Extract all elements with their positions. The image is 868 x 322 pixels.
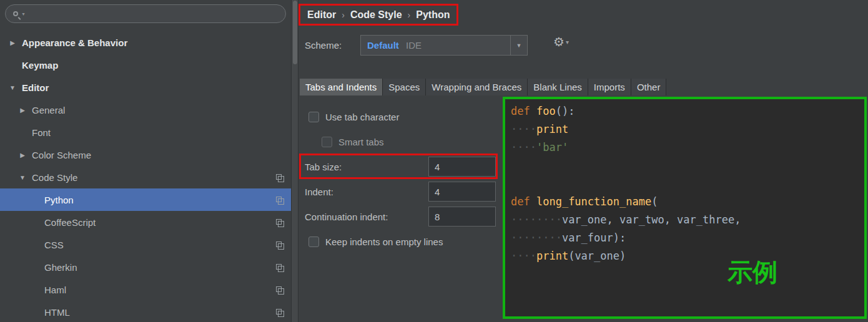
search-input[interactable]: [29, 9, 285, 19]
sidebar-item-label: Keymap: [22, 60, 58, 71]
tab-bar: Tabs and IndentsSpacesWrapping and Brace…: [300, 79, 666, 95]
keep-indents-checkbox[interactable]: [308, 237, 319, 247]
continuation-indent-input[interactable]: [428, 207, 496, 227]
settings-window: ▼ ▶Appearance & BehaviorKeymap▼Editor▶Ge…: [0, 0, 868, 322]
scheme-actions-button[interactable]: ⚙ ▾: [553, 36, 569, 48]
code-preview-panel: def foo():····print····'bar' def long_fu…: [503, 97, 867, 319]
sidebar-item-general[interactable]: ▶General: [0, 99, 291, 121]
chevron-collapsed-icon[interactable]: ▶: [17, 152, 27, 159]
code-line: def foo():: [511, 102, 864, 120]
tab-spaces[interactable]: Spaces: [383, 79, 426, 95]
example-watermark: 示例: [727, 255, 777, 290]
sidebar-item-keymap[interactable]: Keymap: [0, 54, 291, 76]
settings-content: Editor›Code Style›Python Scheme: Default…: [298, 0, 868, 322]
code-line: ········var_one, var_two, var_three,: [511, 211, 864, 229]
sidebar-item-code-style[interactable]: ▼Code Style: [0, 166, 291, 188]
gear-icon: ⚙: [553, 36, 565, 48]
breadcrumb-item-editor[interactable]: Editor: [307, 9, 336, 21]
tab-imports[interactable]: Imports: [588, 79, 631, 95]
scheme-label: Scheme:: [305, 40, 342, 51]
sidebar-item-label: Color Scheme: [32, 150, 91, 160]
code-preview-lines: def foo():····print····'bar' def long_fu…: [505, 99, 864, 265]
code-line: [511, 157, 864, 175]
tab-other[interactable]: Other: [631, 79, 667, 95]
chevron-collapsed-icon[interactable]: ▶: [17, 107, 27, 114]
breadcrumb-separator: ›: [342, 10, 345, 20]
sidebar-item-python[interactable]: Python: [0, 188, 291, 211]
tab-size-input[interactable]: [428, 157, 496, 177]
indent-label: Indent:: [305, 187, 333, 197]
smart-tabs-label[interactable]: Smart tabs: [338, 137, 384, 147]
sidebar-item-label: Python: [44, 195, 74, 205]
sidebar-scrollbar[interactable]: [291, 0, 298, 322]
breadcrumb-item-python[interactable]: Python: [416, 9, 450, 21]
smart-tabs-row: Smart tabs: [322, 137, 384, 147]
scheme-dropdown[interactable]: Default IDE ▼: [360, 35, 528, 56]
sidebar-item-label: Haml: [44, 285, 66, 295]
indent-input[interactable]: [428, 182, 496, 202]
code-line: ····print(var_one): [511, 247, 864, 265]
breadcrumb: Editor›Code Style›Python: [307, 9, 450, 21]
per-settings-icon: [276, 309, 282, 315]
scheme-value-name: Default: [367, 40, 399, 51]
search-icon: [13, 11, 18, 16]
sidebar-item-editor[interactable]: ▼Editor: [0, 76, 291, 99]
per-settings-icon: [276, 286, 282, 292]
settings-tree: ▶Appearance & BehaviorKeymap▼Editor▶Gene…: [0, 31, 291, 322]
scheme-value-suffix: IDE: [406, 40, 422, 51]
sidebar-item-label: Font: [32, 127, 51, 138]
sidebar-item-label: CoffeeScript: [44, 217, 96, 228]
tab-blank-lines[interactable]: Blank Lines: [528, 79, 588, 95]
chevron-expanded-icon[interactable]: ▼: [7, 84, 17, 91]
per-settings-icon: [276, 174, 282, 180]
sidebar-item-gherkin[interactable]: Gherkin: [0, 256, 291, 278]
sidebar-item-label: Code Style: [32, 172, 77, 183]
code-line: def long_function_name(: [511, 193, 864, 211]
sidebar-item-label: General: [32, 105, 65, 115]
breadcrumb-separator: ›: [408, 10, 411, 20]
sidebar-item-html[interactable]: HTML: [0, 301, 291, 322]
sidebar-item-label: CSS: [44, 240, 64, 250]
smart-tabs-checkbox[interactable]: [322, 137, 332, 147]
sidebar-item-label: HTML: [44, 307, 70, 318]
sidebar-item-coffeescript[interactable]: CoffeeScript: [0, 211, 291, 233]
search-box[interactable]: ▼: [5, 4, 286, 23]
tab-tabs-and-indents[interactable]: Tabs and Indents: [300, 79, 383, 95]
sidebar-item-color-scheme[interactable]: ▶Color Scheme: [0, 144, 291, 166]
use-tab-character-checkbox[interactable]: [308, 112, 319, 122]
tab-size-label: Tab size:: [305, 162, 342, 172]
scrollbar-thumb[interactable]: [293, 1, 297, 64]
scheme-value: Default IDE: [361, 40, 510, 51]
tab-wrapping-and-braces[interactable]: Wrapping and Braces: [426, 79, 528, 95]
breadcrumb-highlight-annotation: Editor›Code Style›Python: [298, 4, 458, 26]
sidebar-item-css[interactable]: CSS: [0, 233, 291, 256]
chevron-collapsed-icon[interactable]: ▶: [7, 39, 17, 46]
code-line: [511, 175, 864, 193]
keep-indents-label[interactable]: Keep indents on empty lines: [325, 237, 443, 247]
per-settings-icon: [276, 197, 282, 202]
per-settings-icon: [276, 264, 282, 270]
use-tab-character-row: Use tab character: [308, 112, 399, 122]
sidebar-item-label: Appearance & Behavior: [22, 37, 127, 48]
breadcrumb-item-code-style[interactable]: Code Style: [350, 9, 402, 21]
sidebar-item-label: Gherkin: [44, 262, 77, 273]
per-settings-icon: [276, 242, 282, 247]
sidebar-item-label: Editor: [22, 82, 49, 93]
keep-indents-row: Keep indents on empty lines: [308, 237, 443, 247]
search-history-chevron-icon[interactable]: ▼: [21, 12, 26, 16]
chevron-down-icon[interactable]: ▼: [510, 36, 527, 55]
sidebar-item-appearance-behavior[interactable]: ▶Appearance & Behavior: [0, 31, 291, 54]
continuation-indent-label: Continuation indent:: [305, 212, 388, 222]
sidebar-item-haml[interactable]: Haml: [0, 278, 291, 301]
code-line: ····'bar': [511, 139, 864, 157]
sidebar-item-font[interactable]: Font: [0, 121, 291, 144]
settings-sidebar: ▼ ▶Appearance & BehaviorKeymap▼Editor▶Ge…: [0, 0, 291, 322]
chevron-down-icon: ▾: [566, 39, 569, 46]
code-line: ····print: [511, 120, 864, 139]
per-settings-icon: [276, 219, 282, 225]
use-tab-character-label[interactable]: Use tab character: [325, 112, 399, 122]
chevron-expanded-icon[interactable]: ▼: [17, 174, 27, 181]
code-line: ········var_four):: [511, 229, 864, 247]
